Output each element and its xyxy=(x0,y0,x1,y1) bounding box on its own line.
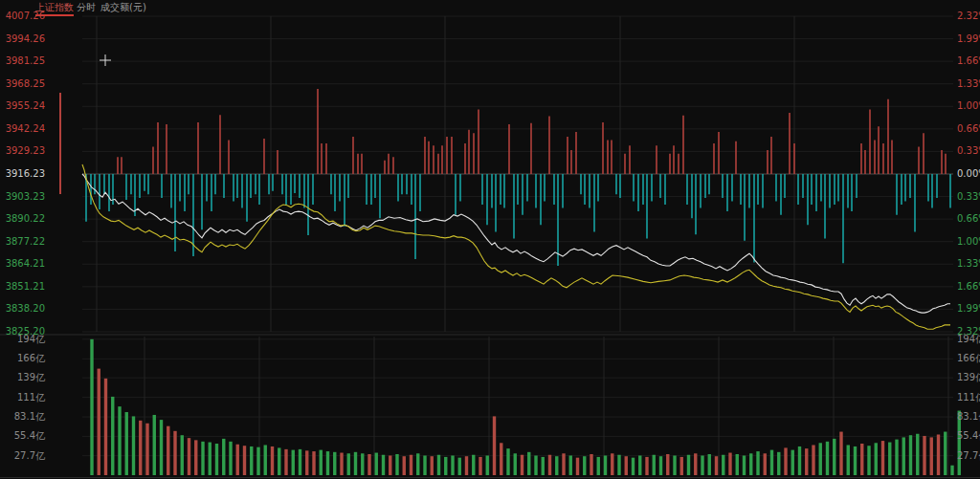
volume-bar xyxy=(506,448,509,475)
volume-bar xyxy=(833,439,835,475)
volume-bar xyxy=(431,456,434,475)
volume-bar xyxy=(659,456,662,475)
volume-bar xyxy=(950,466,953,475)
volume-bar xyxy=(256,447,259,475)
volume-bar xyxy=(111,397,114,475)
volume-bar xyxy=(194,440,197,475)
volume-axis-label: 194亿 xyxy=(5,335,45,344)
volume-bar xyxy=(722,455,724,475)
volume-bar xyxy=(416,453,419,475)
volume-bar xyxy=(410,455,412,475)
volume-bar xyxy=(299,449,301,475)
volume-bar xyxy=(645,457,648,475)
volume-bar xyxy=(909,435,912,475)
volume-bar xyxy=(229,442,232,475)
volume-bar xyxy=(320,450,323,475)
volume-bar xyxy=(132,416,135,475)
price-axis-label: 3942.24 xyxy=(5,124,45,134)
volume-bar xyxy=(902,437,905,475)
volume-bar xyxy=(98,369,100,475)
volume-bar xyxy=(118,406,121,475)
price-axis-label: 3903.23 xyxy=(5,192,45,202)
price-axis-label: 3929.23 xyxy=(5,146,45,156)
volume-bar xyxy=(680,457,683,475)
volume-bar xyxy=(805,448,808,475)
volume-bar xyxy=(542,457,545,475)
volume-bar xyxy=(548,455,551,475)
volume-bar xyxy=(90,339,93,475)
tab-amount-unit[interactable]: 成交额(元) xyxy=(100,2,146,13)
volume-bar xyxy=(209,443,212,475)
volume-bar xyxy=(354,452,357,475)
volume-axis-label: 55.4亿 xyxy=(5,431,45,441)
volume-bar xyxy=(895,440,898,475)
volume-bar xyxy=(139,421,142,475)
volume-bar xyxy=(312,451,315,475)
volume-bar xyxy=(382,455,385,475)
volume-bar xyxy=(590,454,592,475)
volume-bar xyxy=(125,412,128,475)
volume-axis-label: 111亿 xyxy=(957,393,980,403)
volume-bar xyxy=(215,444,218,475)
volume-bar xyxy=(944,432,947,475)
price-axis-label: 3838.20 xyxy=(5,304,45,314)
volume-bar xyxy=(361,453,364,475)
volume-bar xyxy=(264,445,267,475)
volume-bar xyxy=(236,445,239,475)
volume-bar xyxy=(770,450,773,475)
percent-axis-label: 1.66% xyxy=(957,282,980,292)
intraday-chart[interactable] xyxy=(0,0,980,479)
stock-intraday-screen: 上证指数 分时 成交额(元) 4007.263994.263981.253968… xyxy=(0,0,980,479)
volume-bar xyxy=(340,453,343,475)
volume-bar xyxy=(284,449,287,475)
volume-bar xyxy=(375,453,378,475)
volume-axis-label: 166亿 xyxy=(5,354,45,363)
volume-bar xyxy=(583,456,586,475)
volume-bar xyxy=(188,438,190,475)
volume-bar xyxy=(625,456,628,475)
volume-bar xyxy=(916,434,919,475)
volume-bar xyxy=(749,453,752,475)
volume-bar xyxy=(847,445,850,475)
volume-axis-label: 83.1亿 xyxy=(957,412,980,422)
volume-bar xyxy=(201,442,204,475)
percent-axis-label: 2.32% xyxy=(957,11,980,21)
volume-bar xyxy=(687,455,690,475)
volume-bar xyxy=(728,453,731,475)
volume-bar xyxy=(812,445,814,475)
price-axis-label: 4007.26 xyxy=(5,11,45,21)
percent-axis-label: 1.00% xyxy=(957,237,980,247)
volume-bar xyxy=(638,455,641,475)
volume-bar xyxy=(160,420,163,475)
volume-bar xyxy=(326,451,329,475)
volume-bar xyxy=(451,455,454,475)
volume-bar xyxy=(493,416,496,475)
percent-axis-label: 1.99% xyxy=(957,304,980,314)
volume-axis-label: 111亿 xyxy=(5,393,45,403)
price-axis-label: 3981.25 xyxy=(5,56,45,66)
volume-bar xyxy=(444,457,447,475)
volume-bar xyxy=(181,435,184,475)
volume-bar xyxy=(153,415,156,475)
price-axis-label: 3968.25 xyxy=(5,79,45,89)
percent-axis-label: 0.66% xyxy=(957,214,980,224)
volume-bar xyxy=(389,455,391,475)
volume-bar xyxy=(576,458,579,475)
volume-bar xyxy=(791,450,794,475)
volume-bar xyxy=(243,446,246,475)
volume-bar xyxy=(743,455,746,475)
volume-bar xyxy=(888,443,891,475)
percent-axis-label: 1.66% xyxy=(957,56,980,66)
volume-bar xyxy=(617,455,620,475)
volume-bar xyxy=(715,456,718,475)
volume-bar xyxy=(437,455,440,475)
price-axis-label: 3877.22 xyxy=(5,237,45,247)
volume-bar xyxy=(527,452,530,475)
volume-bar xyxy=(923,436,925,475)
price-axis-label: 3994.26 xyxy=(5,34,45,44)
volume-bar xyxy=(500,443,502,475)
percent-axis-label: 1.33% xyxy=(957,259,980,269)
volume-bar xyxy=(423,455,426,475)
volume-bar xyxy=(784,447,787,475)
tab-timeline[interactable]: 分时 xyxy=(77,2,96,13)
